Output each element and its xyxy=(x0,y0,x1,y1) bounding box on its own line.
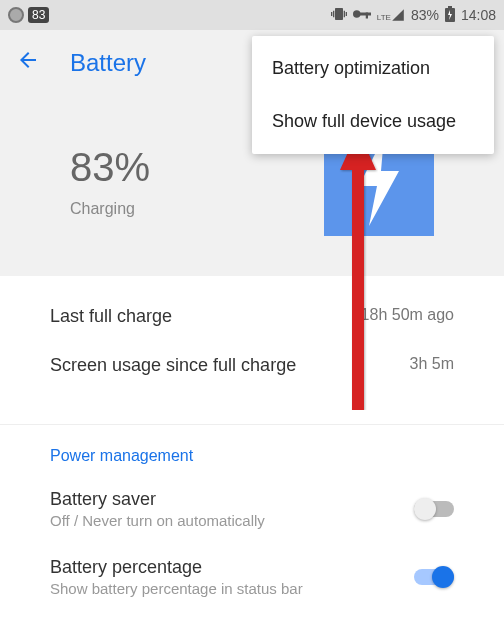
page-title: Battery xyxy=(70,49,146,77)
battery-status: Charging xyxy=(70,200,150,218)
svg-rect-1 xyxy=(360,13,371,16)
status-bar: 83 LTE 83% 14:08 xyxy=(0,0,504,30)
last-charge-label: Last full charge xyxy=(50,306,172,327)
screen-usage-label: Screen usage since full charge xyxy=(50,355,296,376)
battery-saver-row[interactable]: Battery saver Off / Never turn on automa… xyxy=(0,475,504,543)
signal-lte-icon: LTE xyxy=(377,8,405,22)
key-icon xyxy=(353,7,371,23)
screen-usage-row[interactable]: Screen usage since full charge 3h 5m xyxy=(50,355,454,376)
back-arrow-icon[interactable] xyxy=(16,48,40,78)
last-charge-value: 18h 50m ago xyxy=(361,306,454,327)
battery-icon xyxy=(445,6,455,25)
screen-usage-value: 3h 5m xyxy=(410,355,454,376)
battery-saver-sub: Off / Never turn on automatically xyxy=(50,512,265,529)
svg-rect-2 xyxy=(366,13,368,19)
battery-stats: Last full charge 18h 50m ago Screen usag… xyxy=(0,276,504,425)
battery-saver-title: Battery saver xyxy=(50,489,265,510)
vibrate-icon xyxy=(331,6,347,25)
menu-battery-optimization[interactable]: Battery optimization xyxy=(252,42,494,95)
battery-percent: 83% xyxy=(70,145,150,190)
battery-percentage-sub: Show battery percentage in status bar xyxy=(50,580,303,597)
battery-percentage-title: Battery percentage xyxy=(50,557,303,578)
menu-show-full-device-usage[interactable]: Show full device usage xyxy=(252,95,494,148)
battery-percentage-row[interactable]: Battery percentage Show battery percenta… xyxy=(0,543,504,611)
svg-rect-4 xyxy=(448,6,452,8)
notification-badge: 83 xyxy=(28,7,49,23)
status-battery-pct: 83% xyxy=(411,7,439,23)
battery-percentage-toggle[interactable] xyxy=(414,569,454,585)
overflow-menu: Battery optimization Show full device us… xyxy=(252,36,494,154)
battery-saver-toggle[interactable] xyxy=(414,501,454,517)
power-management-header: Power management xyxy=(0,425,504,475)
svg-point-0 xyxy=(353,10,361,18)
record-icon xyxy=(8,7,24,23)
last-full-charge-row[interactable]: Last full charge 18h 50m ago xyxy=(50,306,454,327)
status-time: 14:08 xyxy=(461,7,496,23)
